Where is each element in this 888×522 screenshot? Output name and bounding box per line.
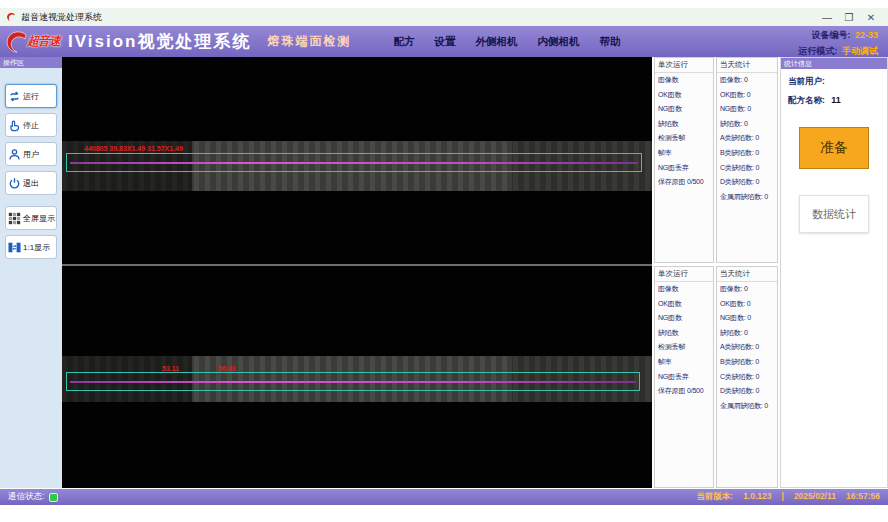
comm-status-label: 通信状态: (8, 491, 44, 503)
app-logo-icon (6, 12, 16, 22)
single-run-title: 单次运行 (655, 267, 713, 282)
status-bar: 通信状态: 当前版本: 1.0.123 | 2025/02/11 16:57:5… (0, 489, 888, 505)
app-header: 超音速 IVision视觉处理系统 熔珠端面检测 配方设置外侧相机内侧相机帮助 … (0, 26, 888, 57)
run-loop-icon (8, 90, 21, 103)
stop-button-label: 停止 (23, 120, 39, 131)
current-user-label: 当前用户: (788, 76, 825, 86)
exit-button[interactable]: 退出 (5, 171, 57, 195)
user-button[interactable]: 用户 (5, 142, 57, 166)
stat-row: 缺陷数: 0 (717, 117, 777, 132)
stat-row: 金属屑缺陷数: 0 (717, 190, 777, 205)
stat-row: NG图丢弃 (655, 370, 713, 385)
brand-text: 超音速 (27, 33, 60, 50)
menu-item[interactable]: 配方 (393, 35, 414, 49)
outer-camera-viewport: 440805 39.83X1.49 31.57X1.49 (62, 57, 652, 264)
stat-row: 缺陷数: 0 (717, 326, 777, 341)
stat-row: 帧率 (655, 146, 713, 161)
one-to-one-icon (8, 241, 21, 254)
daily-stats-title: 当天统计 (717, 267, 777, 282)
stat-row: A类缺陷数: 0 (717, 340, 777, 355)
exit-button-label: 退出 (23, 178, 39, 189)
menu-item[interactable]: 帮助 (599, 35, 620, 49)
seam-center-line (70, 381, 636, 383)
stat-row: 图像数: 0 (717, 282, 777, 297)
single-run-panel: 单次运行 图像数OK图数NG图数缺陷数检测丢帧帧率NG图丢弃保存原图 0/500 (654, 266, 714, 488)
stat-row: C类缺陷数: 0 (717, 161, 777, 176)
daily-stats-panel: 当天统计 图像数: 0OK图数: 0NG图数: 0缺陷数: 0A类缺陷数: 0B… (716, 266, 778, 488)
power-icon (8, 177, 21, 190)
fullscreen-button[interactable]: 全屏显示 (5, 206, 57, 230)
one-to-one-button[interactable]: 1:1显示 (5, 235, 57, 259)
user-icon (8, 148, 21, 161)
data-statistics-button[interactable]: 数据统计 (799, 195, 869, 233)
comm-status-indicator (49, 493, 58, 502)
info-panel-title: 统计信息 (781, 58, 887, 69)
close-button[interactable]: ✕ (860, 12, 882, 23)
one-to-one-button-label: 1:1显示 (23, 242, 50, 253)
seam-center-line (70, 162, 638, 164)
main-menu: 配方设置外侧相机内侧相机帮助 (393, 35, 620, 49)
stat-row: D类缺陷数: 0 (717, 175, 777, 190)
maximize-button[interactable]: ❐ (838, 12, 860, 23)
status-separator: | (782, 491, 784, 503)
single-run-title: 单次运行 (655, 58, 713, 73)
stat-row: OK图数: 0 (717, 88, 777, 103)
stat-row: OK图数 (655, 297, 713, 312)
single-run-panel: 单次运行 图像数OK图数NG图数缺陷数检测丢帧帧率NG图丢弃保存原图 0/500 (654, 57, 714, 263)
prepare-button[interactable]: 准备 (799, 127, 869, 169)
inner-camera-viewport: 53.11 56.43 (62, 266, 652, 488)
stat-row: 图像数: 0 (717, 73, 777, 88)
stat-row: 缺陷数 (655, 326, 713, 341)
fullscreen-button-label: 全屏显示 (23, 213, 55, 224)
operation-sidebar: 操作区 运行 停止 用户 退出 (0, 57, 62, 488)
run-button-label: 运行 (23, 91, 39, 102)
daily-stats-title: 当天统计 (717, 58, 777, 73)
stat-row: 保存原图 0/500 (655, 384, 713, 399)
stat-row: C类缺陷数: 0 (717, 370, 777, 385)
version-value: 1.0.123 (743, 491, 771, 503)
run-button[interactable]: 运行 (5, 84, 57, 108)
stat-row: 检测丢帧 (655, 340, 713, 355)
stop-button[interactable]: 停止 (5, 113, 57, 137)
stat-row: 图像数 (655, 73, 713, 88)
run-mode-label: 运行模式: (799, 46, 838, 56)
window-title: 超音速视觉处理系统 (21, 11, 102, 24)
statistics-info-panel: 统计信息 当前用户: 配方名称: 11 准备 数据统计 (780, 57, 888, 488)
stat-row: 缺陷数 (655, 117, 713, 132)
recipe-name-label: 配方名称: (788, 95, 825, 105)
device-number-value: 22-33 (855, 30, 878, 40)
stat-row: NG图数 (655, 102, 713, 117)
device-number-label: 设备编号: (812, 30, 851, 40)
stat-row: A类缺陷数: 0 (717, 131, 777, 146)
status-date: 2025/02/11 (794, 491, 836, 503)
stat-row: NG图数: 0 (717, 311, 777, 326)
stat-row: 保存原图 0/500 (655, 175, 713, 190)
menu-item[interactable]: 内侧相机 (537, 35, 579, 49)
sidebar-title: 操作区 (0, 57, 62, 68)
stat-row: NG图丢弃 (655, 161, 713, 176)
measurement-annotation: 440805 39.83X1.49 31.57X1.49 (84, 145, 183, 152)
minimize-button[interactable]: — (816, 12, 838, 23)
brand-logo: 超音速 (6, 31, 60, 53)
user-button-label: 用户 (23, 149, 39, 160)
title-bar: 超音速视觉处理系统 — ❐ ✕ (0, 8, 888, 26)
stat-row: 图像数 (655, 282, 713, 297)
stat-row: B类缺陷数: 0 (717, 355, 777, 370)
app-subtitle: 熔珠端面检测 (267, 33, 351, 50)
menu-item[interactable]: 设置 (434, 35, 455, 49)
version-label: 当前版本: (696, 491, 733, 503)
menu-item[interactable]: 外侧相机 (475, 35, 517, 49)
stop-hand-icon (8, 119, 21, 132)
stat-row: NG图数 (655, 311, 713, 326)
app-title: IVision视觉处理系统 (68, 30, 251, 53)
status-time: 16:57:56 (846, 491, 880, 503)
outer-camera-stats: 单次运行 图像数OK图数NG图数缺陷数检测丢帧帧率NG图丢弃保存原图 0/500… (654, 57, 778, 263)
fullscreen-grid-icon (8, 212, 21, 225)
stat-row: OK图数: 0 (717, 297, 777, 312)
stat-row: B类缺陷数: 0 (717, 146, 777, 161)
measurement-label: 53.11 (162, 365, 179, 372)
device-info: 设备编号: 22-33 运行模式: 手动调试 (799, 26, 878, 58)
stat-row: 检测丢帧 (655, 131, 713, 146)
recipe-name-value: 11 (831, 95, 841, 105)
daily-stats-panel: 当天统计 图像数: 0OK图数: 0NG图数: 0缺陷数: 0A类缺陷数: 0B… (716, 57, 778, 263)
